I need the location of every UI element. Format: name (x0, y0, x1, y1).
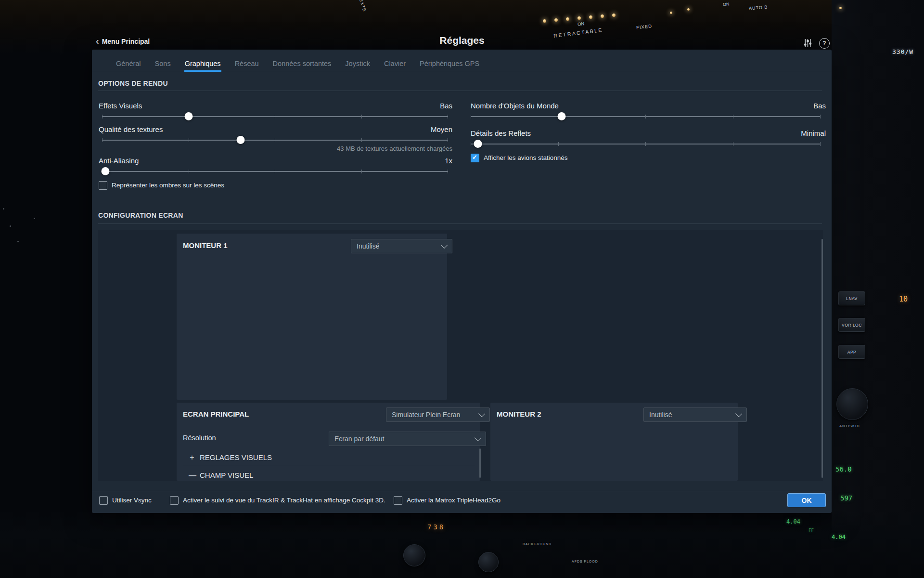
checkbox-avions-stationnes[interactable]: Afficher les avions stationnés (471, 154, 568, 162)
slider-value: Minimal (801, 129, 826, 138)
help-icon[interactable]: ? (819, 38, 830, 49)
panel-light (589, 15, 592, 19)
slider-handle[interactable] (236, 136, 244, 144)
cockpit-right-panel: 330/W LNAV VOR LOC APP 10 ANTISKID 56.0 … (832, 0, 924, 578)
reglages-visuels-row[interactable]: + REGLAGES VISUELS (189, 453, 272, 462)
divider (183, 466, 475, 466)
cockpit-placard-on: ON (577, 21, 584, 27)
slider-details-reflets[interactable] (471, 140, 821, 148)
texture-memory-note: 43 MB de textures actuellement chargées (99, 145, 452, 152)
settings-dialog: Général Sons Graphiques Réseau Données s… (92, 50, 832, 513)
checkbox-label: Utiliser Vsync (112, 497, 152, 504)
antiskid-label: ANTISKID (839, 424, 860, 428)
checkbox-label: Activer le suivi de vue du TrackIR & Tra… (183, 497, 385, 504)
slider-header-anti-aliasing: Anti-Aliasing 1x (99, 157, 452, 165)
slider-ticks (471, 115, 821, 118)
section-divider (98, 223, 822, 224)
slider-handle[interactable] (474, 140, 482, 148)
amber-readout-738: 738 (427, 523, 445, 531)
tab-clavier[interactable]: Clavier (384, 55, 406, 72)
city-light (3, 208, 4, 210)
checkbox-box[interactable] (99, 181, 107, 190)
slider-objets-monde[interactable] (471, 112, 821, 120)
checkbox-box[interactable] (170, 496, 179, 505)
expander-label: CHAMP VISUEL (200, 471, 253, 480)
tab-graphiques[interactable]: Graphiques (184, 55, 221, 72)
checkbox-label: Représenter les ombres sur les scènes (112, 182, 224, 189)
screen-config-region: MONITEUR 1 Inutilisé ECRAN PRINCIPAL Sim… (98, 230, 823, 481)
city-light (10, 225, 11, 227)
slider-effets-visuels[interactable] (102, 112, 448, 120)
green-readout-4: 4.04 (832, 534, 846, 540)
checkbox-box[interactable] (394, 496, 402, 505)
slider-handle[interactable] (558, 112, 566, 120)
cockpit-lower-panel: 738 BACKGROUND AFDS FLOOD 4.04 FF 4.04 (0, 511, 924, 578)
slider-handle[interactable] (102, 167, 110, 175)
afds-flood-label: AFDS FLOOD (572, 560, 598, 563)
ok-button[interactable]: OK (787, 493, 826, 507)
checkbox-ombres-scenes[interactable]: Représenter les ombres sur les scènes (99, 181, 224, 190)
advanced-settings-icon[interactable] (803, 39, 812, 50)
checkbox-box[interactable] (99, 496, 108, 505)
cockpit-placard-exte: EXTE (359, 0, 367, 13)
back-button[interactable]: ‹ Menu Principal (96, 38, 150, 45)
chevron-down-icon (478, 410, 485, 417)
tab-general[interactable]: Général (116, 55, 141, 72)
monitor1-dropdown[interactable]: Inutilisé (351, 239, 452, 253)
main-screen-scrollbar[interactable] (479, 448, 481, 478)
checkbox-matrox[interactable]: Activer la Matrox TripleHead2Go (394, 496, 500, 505)
lnav-button: LNAV (838, 291, 865, 305)
checkbox-label: Afficher les avions stationnés (484, 154, 568, 162)
city-light (17, 241, 19, 242)
region-scrollbar[interactable] (821, 239, 823, 478)
expand-icon: + (189, 453, 195, 462)
panel-light (554, 18, 558, 22)
resolution-dropdown[interactable]: Ecran par défaut (329, 432, 486, 446)
slider-value: Moyen (431, 125, 452, 134)
collapse-icon: — (189, 471, 195, 480)
monitor1-title: MONITEUR 1 (183, 241, 228, 250)
chevron-down-icon (441, 241, 448, 248)
resolution-label: Résolution (183, 434, 216, 442)
monitor2-dropdown[interactable]: Inutilisé (643, 407, 747, 422)
checkbox-vsync[interactable]: Utiliser Vsync (99, 496, 152, 505)
cockpit-placard-fixed: FIXED (636, 23, 653, 30)
slider-anti-aliasing[interactable] (102, 167, 448, 175)
panel-light (612, 13, 616, 17)
vor-loc-button: VOR LOC (838, 318, 865, 332)
app-button: APP (838, 345, 865, 359)
panel-light (543, 19, 546, 23)
cockpit-placard-on2: ON (723, 1, 730, 7)
panel-light (578, 16, 581, 20)
slider-ticks (102, 138, 448, 142)
champ-visuel-row[interactable]: — CHAMP VISUEL (189, 471, 253, 480)
checkbox-trackir[interactable]: Activer le suivi de vue du TrackIR & Tra… (170, 496, 385, 505)
dropdown-value: Simulateur Plein Ecran (392, 411, 460, 419)
expander-label: REGLAGES VISUELS (200, 453, 272, 462)
tab-peripheriques-gps[interactable]: Périphériques GPS (419, 55, 480, 72)
checkbox-box[interactable] (471, 154, 479, 162)
slider-qualite-textures[interactable] (102, 136, 448, 144)
panel-light (839, 7, 842, 9)
background-knob-label: BACKGROUND (523, 542, 552, 546)
slider-ticks (471, 142, 821, 146)
green-readout-3: 4.04 (786, 518, 800, 525)
slider-label: Anti-Aliasing (99, 157, 139, 165)
main-screen-title: ECRAN PRINCIPAL (183, 410, 249, 419)
tab-joystick[interactable]: Joystick (345, 55, 371, 72)
main-screen-dropdown[interactable]: Simulateur Plein Ecran (386, 407, 490, 422)
tab-bar: Général Sons Graphiques Réseau Données s… (116, 55, 493, 72)
monitor2-title: MONITEUR 2 (497, 410, 541, 419)
page-title: Réglages (439, 35, 484, 46)
tab-sons[interactable]: Sons (154, 55, 171, 72)
tab-reseau[interactable]: Réseau (234, 55, 259, 72)
chevron-left-icon: ‹ (96, 38, 99, 44)
green-readout-2: 597 (840, 494, 852, 502)
slider-handle[interactable] (184, 112, 192, 120)
tab-donnees-sortantes[interactable]: Données sortantes (272, 55, 332, 72)
slider-value: 1x (445, 157, 452, 165)
slider-ticks (102, 170, 448, 173)
checkbox-label: Activer la Matrox TripleHead2Go (407, 497, 500, 504)
monitor1-panel (177, 234, 447, 400)
back-label: Menu Principal (102, 38, 150, 45)
